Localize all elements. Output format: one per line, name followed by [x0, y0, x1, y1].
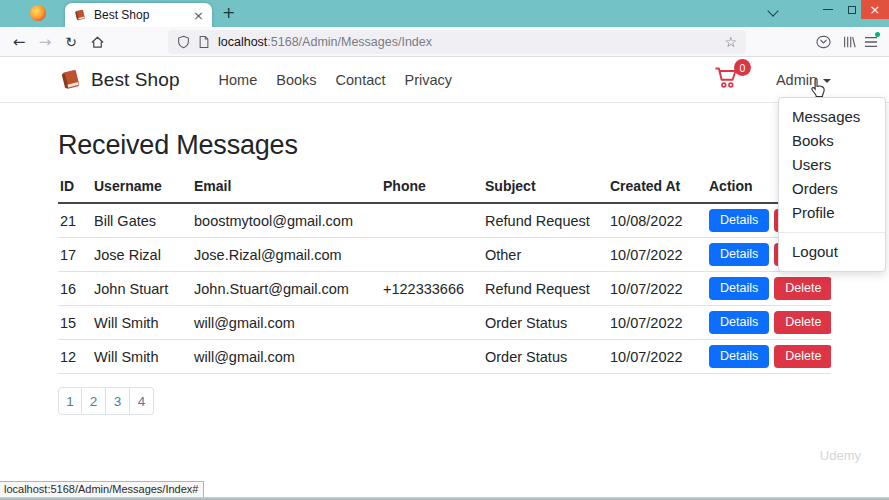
table-row: 17Jose RizalJose.Rizal@gmail.comOther10/… — [58, 238, 831, 272]
status-bar-link: localhost:5168/Admin/Messages/Index# — [0, 481, 204, 497]
reload-icon[interactable]: ↻ — [60, 31, 82, 53]
table-row: 15Will Smithwill@gmail.comOrder Status10… — [58, 306, 831, 340]
window-close-icon[interactable]: × — [861, 0, 889, 19]
cell-email: Jose.Rizal@gmail.com — [192, 238, 381, 272]
cell-phone — [381, 238, 483, 272]
table-header-row: IDUsernameEmailPhoneSubjectCreated AtAct… — [58, 174, 831, 203]
page-info-icon[interactable] — [198, 35, 210, 49]
messages-table: IDUsernameEmailPhoneSubjectCreated AtAct… — [58, 174, 831, 374]
menu-item-profile[interactable]: Profile — [779, 201, 885, 225]
page-button-4[interactable]: 4 — [130, 387, 154, 415]
browser-titlebar: Best Shop × + × — [0, 0, 889, 27]
cell-username: Jose Rizal — [92, 238, 192, 272]
cell-phone — [381, 340, 483, 374]
cell-action: DetailsDelete — [707, 306, 831, 340]
details-button[interactable]: Details — [709, 277, 769, 301]
url-path: :5168/Admin/Messages/Index — [267, 35, 432, 49]
details-button[interactable]: Details — [709, 209, 769, 233]
details-button[interactable]: Details — [709, 311, 769, 335]
cell-subject: Other — [483, 238, 608, 272]
column-header-email: Email — [192, 174, 381, 203]
cell-created_at: 10/08/2022 — [608, 203, 707, 238]
table-row: 16John StuartJohn.Stuart@gmail.com+12233… — [58, 272, 831, 306]
menu-item-users[interactable]: Users — [779, 153, 885, 177]
cell-phone: +122333666 — [381, 272, 483, 306]
library-icon[interactable] — [838, 31, 860, 53]
details-button[interactable]: Details — [709, 243, 769, 267]
cell-id: 12 — [58, 340, 92, 374]
delete-button[interactable]: Delete — [774, 277, 831, 301]
cell-created_at: 10/07/2022 — [608, 306, 707, 340]
caret-down-icon — [823, 79, 831, 83]
url-bar[interactable]: localhost:5168/Admin/Messages/Index ☆ — [168, 30, 746, 54]
nav-link-home[interactable]: Home — [219, 72, 258, 88]
site-navbar: Best Shop HomeBooksContactPrivacy 0 Admi… — [0, 57, 889, 103]
cart-button[interactable]: 0 — [714, 66, 739, 93]
cell-username: Bill Gates — [92, 203, 192, 238]
cell-action: DetailsDelete — [707, 340, 831, 374]
cell-phone — [381, 306, 483, 340]
url-text[interactable]: localhost:5168/Admin/Messages/Index — [218, 35, 718, 49]
main-container: Received Messages IDUsernameEmailPhoneSu… — [0, 130, 889, 415]
tab-list-chevron-icon[interactable] — [768, 7, 777, 16]
table-body: 21Bill Gatesboostmytool@gmail.comRefund … — [58, 203, 831, 374]
delete-button[interactable]: Delete — [774, 345, 831, 369]
home-icon[interactable] — [86, 31, 108, 53]
cell-subject: Order Status — [483, 340, 608, 374]
nav-link-books[interactable]: Books — [276, 72, 316, 88]
shield-icon[interactable] — [177, 35, 190, 49]
pagination: 1234 — [58, 387, 154, 415]
admin-dropdown-toggle[interactable]: Admin — [776, 72, 831, 88]
menu-notification-dot — [875, 32, 880, 37]
new-tab-icon[interactable]: + — [222, 4, 235, 22]
cart-count-badge: 0 — [734, 59, 751, 76]
browser-tab[interactable]: Best Shop × — [65, 3, 212, 27]
cell-created_at: 10/07/2022 — [608, 340, 707, 374]
column-header-subject: Subject — [483, 174, 608, 203]
forward-icon: → — [34, 31, 56, 53]
nav-link-privacy[interactable]: Privacy — [405, 72, 453, 88]
bookmark-star-icon[interactable]: ☆ — [724, 34, 737, 50]
menu-item-messages[interactable]: Messages — [779, 105, 885, 129]
page-title: Received Messages — [58, 130, 831, 161]
cell-username: Will Smith — [92, 306, 192, 340]
cell-action: DetailsDelete — [707, 272, 831, 306]
cell-email: John.Stuart@gmail.com — [192, 272, 381, 306]
dropdown-divider — [779, 232, 885, 233]
details-button[interactable]: Details — [709, 345, 769, 369]
column-header-phone: Phone — [381, 174, 483, 203]
cell-created_at: 10/07/2022 — [608, 238, 707, 272]
browser-toolbar: ← → ↻ localhost:5168/Admin/Messages/Inde… — [0, 27, 889, 57]
menu-item-orders[interactable]: Orders — [779, 177, 885, 201]
cell-id: 21 — [58, 203, 92, 238]
cell-email: will@gmail.com — [192, 340, 381, 374]
menu-item-books[interactable]: Books — [779, 129, 885, 153]
pocket-icon[interactable] — [812, 31, 834, 53]
book-favicon-icon — [73, 8, 87, 22]
firefox-icon[interactable] — [30, 5, 46, 21]
admin-dropdown-menu: MessagesBooksUsersOrdersProfile Logout — [778, 97, 886, 272]
brand[interactable]: Best Shop — [58, 67, 180, 92]
url-host: localhost — [218, 35, 267, 49]
menu-hamburger-icon[interactable] — [860, 31, 882, 53]
cell-username: Will Smith — [92, 340, 192, 374]
admin-menu-items: MessagesBooksUsersOrdersProfile — [779, 105, 885, 225]
column-header-created-at: Created At — [608, 174, 707, 203]
window-minimize-icon[interactable] — [816, 0, 840, 19]
table-row: 21Bill Gatesboostmytool@gmail.comRefund … — [58, 203, 831, 238]
column-header-id: ID — [58, 174, 92, 203]
nav-link-contact[interactable]: Contact — [336, 72, 386, 88]
table-row: 12Will Smithwill@gmail.comOrder Status10… — [58, 340, 831, 374]
back-icon[interactable]: ← — [8, 31, 30, 53]
tab-close-icon[interactable]: × — [193, 9, 204, 22]
page-button-3[interactable]: 3 — [106, 387, 130, 415]
column-header-username: Username — [92, 174, 192, 203]
page-button-1[interactable]: 1 — [58, 387, 82, 415]
menu-item-logout[interactable]: Logout — [779, 240, 885, 264]
cell-subject: Refund Request — [483, 203, 608, 238]
page-button-2[interactable]: 2 — [82, 387, 106, 415]
delete-button[interactable]: Delete — [774, 311, 831, 335]
brand-name: Best Shop — [91, 69, 180, 91]
cell-email: boostmytool@gmail.com — [192, 203, 381, 238]
cell-created_at: 10/07/2022 — [608, 272, 707, 306]
